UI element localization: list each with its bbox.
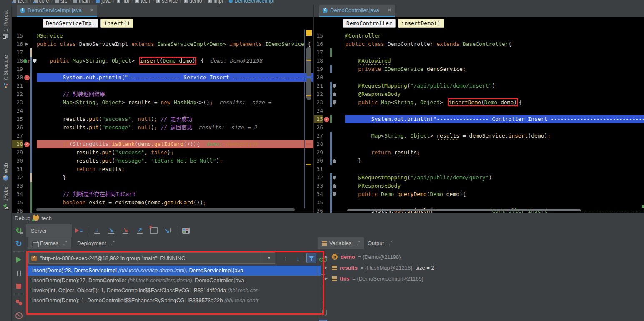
drop-frame-button[interactable] [148,226,159,236]
code-line[interactable]: 17 [11,48,313,57]
code-text[interactable]: @RequestMapping("/api/public/demo/insert… [345,82,644,90]
console-view-button[interactable] [318,318,328,321]
method-chip[interactable]: insertDemo() [398,19,444,28]
code-line[interactable]: 15@Controller [314,32,644,40]
resume-button[interactable] [14,255,24,265]
fold-marker-icon[interactable] [333,92,336,96]
line-number[interactable]: 23 [11,98,23,107]
code-text[interactable]: @Autowired [345,57,644,65]
code-text[interactable]: } [37,173,313,182]
line-number[interactable]: 31 [11,165,23,173]
gutter[interactable]: 28✓ [11,140,37,148]
code-line[interactable]: 25 results.put("success", null); // 是否成功 [11,115,313,123]
code-text[interactable] [37,132,313,140]
code-text[interactable] [37,48,313,57]
breadcrumb-item[interactable]: tech [13,0,28,4]
tab-variables[interactable]: Variables→ [318,237,364,249]
expand-icon[interactable]: ▶ [325,266,329,270]
stack-frame-row[interactable]: insertDemo(Demo):-1, DemoController$$Enh… [28,296,321,306]
gutter[interactable]: 16 [314,40,345,48]
code-line[interactable]: 23 public Map<String, Object> insertDemo… [314,98,644,107]
code-text[interactable]: Map<String, Object> results = demoServic… [345,132,644,140]
gutter[interactable]: 22 [11,90,37,98]
sidebar-item-jrebel[interactable]: JRebel JR [0,186,11,209]
line-number[interactable]: 26 [314,123,323,132]
breadcrumb-item[interactable]: core [34,0,49,4]
gutter[interactable]: 32 [314,173,345,182]
code-text[interactable]: if(StringUtils.isBlank(demo.getIdCard())… [37,140,313,148]
code-line[interactable]: 16public class DemoController extends Ba… [314,40,644,48]
code-text[interactable] [345,107,644,115]
code-text[interactable]: // 封装返回结果 [37,90,313,98]
gutter[interactable]: 21 [11,82,37,90]
code-line[interactable]: 24 [314,107,644,115]
class-chip[interactable]: DemoController [343,19,396,28]
code-line[interactable]: 26 [314,123,644,132]
line-number[interactable]: 19 [11,65,23,73]
code-text[interactable]: results.put("message", null); // 返回信息 re… [37,123,313,132]
code-text[interactable] [37,182,313,190]
gutter[interactable]: 36 [11,207,37,213]
line-number[interactable]: 20 [314,73,323,82]
gutter[interactable]: 20 [314,73,345,82]
code-line[interactable]: 17 [314,48,644,57]
gutter[interactable]: 34 [11,190,37,198]
code-text[interactable] [37,82,313,90]
scrollbar-thumb[interactable] [306,47,311,100]
code-text[interactable]: results.put("message", "IdCard Not be Nu… [37,157,313,165]
line-number[interactable]: 21 [314,82,323,90]
variable-row[interactable]: ▶pdemo = {Demo@21198} [325,251,633,262]
gutter[interactable]: 35 [314,198,345,207]
code-line[interactable]: 32 } [11,173,313,182]
line-number[interactable]: 18 [314,57,323,65]
gutter[interactable]: 26 [314,123,345,132]
line-number[interactable]: 32 [314,173,323,182]
code-line[interactable]: 29 results.put("success", false); [11,148,313,157]
code-line[interactable]: 34 // 判断是否存在相同IdCard [11,190,313,198]
code-line[interactable]: 20✓ System.out.println("----------------… [11,73,313,82]
code-text[interactable]: @Controller [345,32,644,40]
stack-frame-row[interactable]: invoke(int, Object, Object[]):-1, DemoCo… [28,286,321,296]
code-line[interactable]: 35 [314,198,644,207]
code-line[interactable]: 19 [11,65,313,73]
breadcrumb-item[interactable]: hbi [117,0,129,4]
line-number[interactable]: 30 [11,157,23,165]
line-number[interactable]: 29 [314,148,323,157]
code-text[interactable]: @RequestMapping("/api/public/demo/query"… [345,173,644,182]
gutter[interactable]: 27 [314,132,345,140]
code-text[interactable] [345,123,644,132]
step-over-button[interactable]: ↓ [92,226,103,236]
line-number[interactable]: 32 [11,173,23,182]
code-line[interactable]: 21 @RequestMapping("/api/public/demo/ins… [314,82,644,90]
move-watch-down-button[interactable]: ↓ [318,296,328,305]
code-text[interactable] [37,65,313,73]
gutter[interactable]: 18↑ [11,57,37,65]
code-text[interactable]: public Map<String, Object> insert(Demo d… [37,57,313,65]
line-number[interactable]: 36 [314,207,323,213]
gutter[interactable]: 23 [314,98,345,107]
chevron-down-icon[interactable]: ▼ [263,253,275,263]
code-line[interactable]: 27 [11,132,313,140]
tab-deployment[interactable]: Deployment→ [73,237,118,249]
line-number[interactable]: 17 [314,48,323,57]
code-text[interactable]: System.out.println("---------------- Con… [345,115,644,123]
line-number[interactable]: 19 [314,65,323,73]
code-editor[interactable]: 15@Controller16public class DemoControll… [314,29,644,213]
expand-icon[interactable]: ▶ [325,276,329,281]
gutter[interactable]: 35 [11,198,37,207]
gutter[interactable]: 19 [314,65,345,73]
line-number[interactable]: 25 [11,115,23,123]
code-text[interactable]: Map<String, Object> results = new HashMa… [37,98,313,107]
line-number[interactable]: 33 [314,182,323,190]
line-number[interactable]: 27 [314,132,323,140]
fold-marker-icon[interactable] [33,59,37,63]
gutter[interactable]: 25 [11,115,37,123]
editor-scrollbar[interactable] [306,29,313,213]
breadcrumb-item[interactable]: impl [208,0,223,4]
method-chip[interactable]: insert() [100,19,133,28]
gutter[interactable]: 20✓ [11,73,37,82]
code-text[interactable]: public Map<String, Object> insertDemo(De… [345,98,644,107]
line-number[interactable]: 24 [11,107,23,115]
rerun-button[interactable]: ↻ [14,226,24,236]
code-line[interactable]: 28 [314,140,644,148]
